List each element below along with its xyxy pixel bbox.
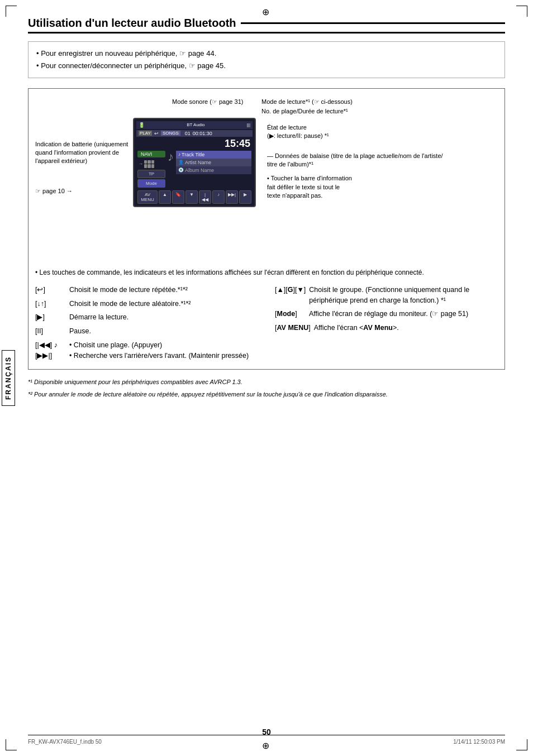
next-btn[interactable]: ▶▶| <box>226 190 238 204</box>
ctrl-pause-key: [II] <box>35 326 66 337</box>
fwd-btn[interactable]: ▶ <box>239 190 251 204</box>
ctrl-skip-desc: • Choisit une plage. (Appuyer)• Recherch… <box>69 340 258 361</box>
footer-right: 1/14/11 12:50:03 PM <box>453 739 505 745</box>
play-mode-label: PLAY <box>139 131 152 136</box>
ctrl-mode: [Mode] Affiche l'écran de réglage du mon… <box>275 307 498 321</box>
artist-bar[interactable]: 👤 Artist Name <box>176 159 251 166</box>
controls-grid: [↩] Choisit le mode de lecture répétée.*… <box>35 283 498 363</box>
main-content: Utilisation d'un lecteur audio Bluetooth… <box>28 17 505 400</box>
screen-status-bar: 🔋 BT Audio ||| <box>136 121 253 129</box>
screen-display: 🔋 BT Audio ||| PLAY ↩ SONGS 01 00:01:30 … <box>133 118 256 207</box>
ctrl-pause: [II] Pause. <box>35 324 258 338</box>
artist-name-text: Artist Name <box>185 160 211 165</box>
no-plage-label: No. de plage/Durée de lecture*¹ <box>261 108 348 114</box>
mode-button[interactable]: Mode <box>137 179 165 188</box>
battery-annotation: Indication de batterie (uniquement quand… <box>35 140 133 165</box>
ctrl-repeat-key: [↩] <box>35 285 66 295</box>
down-btn[interactable]: ▼ <box>185 190 198 204</box>
ctrl-avmenu-key: [AV MENU] <box>275 323 311 333</box>
corner-mark-tr <box>516 6 527 17</box>
play-btn[interactable]: ♪ <box>212 190 225 204</box>
sidebar-label: FRANÇAIS <box>0 350 17 406</box>
album-icon: 💿 <box>178 168 184 173</box>
controls-note: Les touches de commande, les indicateurs… <box>35 267 498 277</box>
page-footer: FR_KW-AVX746EU_f.indb 50 1/14/11 12:50:0… <box>28 735 505 745</box>
repeat-icon: ↩ <box>154 131 159 136</box>
up-btn[interactable]: ▲ <box>159 190 171 204</box>
grid-icon <box>144 160 154 168</box>
ctrl-group-desc: Choisit le groupe. (Fonctionne uniquemen… <box>309 285 498 306</box>
ctrl-play-desc: Démarre la lecture. <box>69 312 258 323</box>
etat-lecture-text: État de lecture(▶: lecture/II: pause) *¹ <box>267 124 329 139</box>
bookmark-btn[interactable]: 🔖 <box>172 190 184 204</box>
ctrl-mode-key: [Mode] <box>275 309 306 319</box>
right-annotations: État de lecture(▶: lecture/II: pause) *¹… <box>261 118 498 263</box>
screen-time: 15:45 <box>136 138 253 150</box>
tp-button[interactable]: TP <box>137 170 165 178</box>
music-note-icon: ♪ <box>168 151 174 163</box>
artist-icon: 👤 <box>178 160 184 165</box>
corner-mark-tl <box>6 6 17 17</box>
album-name-text: Album Name <box>185 168 214 173</box>
mode-sonore-label: Mode sonore (☞ page 31) <box>172 98 243 105</box>
touch-note-annotation: • Toucher la barre d'informationfait déf… <box>267 174 498 200</box>
page-title: Utilisation d'un lecteur audio Bluetooth <box>28 17 505 34</box>
track-info: ♪ Track Title 👤 Artist Name 💿 <box>176 151 251 174</box>
ctrl-avmenu-desc: Affiche l'écran <AV Menu>. <box>314 323 498 333</box>
etat-lecture-annotation: État de lecture(▶: lecture/II: pause) *¹ <box>267 123 498 141</box>
left-annotations: Indication de batterie (uniquement quand… <box>35 118 133 263</box>
songs-label: SONGS <box>161 131 180 136</box>
ctrl-random-desc: Choisit le mode de lecture aléatoire.*¹*… <box>69 299 258 309</box>
sidebar-text: FRANÇAIS <box>2 350 15 406</box>
prev-btn[interactable]: |◀◀ <box>199 190 211 204</box>
footer-left: FR_KW-AVX746EU_f.indb 50 <box>28 739 102 745</box>
duration: 00:01:30 <box>193 131 212 136</box>
ctrl-repeat: [↩] Choisit le mode de lecture répétée.*… <box>35 283 258 297</box>
controls-section: Les touches de commande, les indicateurs… <box>35 267 498 363</box>
dash-line: — <box>267 152 275 159</box>
ctrl-play-key: [▶] <box>35 312 66 323</box>
ctrl-mode-desc: Affiche l'écran de réglage du moniteur. … <box>309 309 498 319</box>
ctrl-random: [↓↑] Choisit le mode de lecture aléatoir… <box>35 297 258 311</box>
mode-lecture-label: Mode de lecture*¹ (☞ ci-dessous) <box>261 98 353 105</box>
music-note-area: ♪ ♪ Track Title 👤 Artist Name <box>168 151 251 174</box>
diagram-container: Mode sonore (☞ page 31) Mode de lecture*… <box>28 88 505 370</box>
track-title-bar[interactable]: ♪ Track Title <box>176 151 251 159</box>
info-box: Pour enregistrer un nouveau périphérique… <box>28 41 505 78</box>
track-num: 01 <box>185 131 191 136</box>
touch-note-text: • Toucher la barre d'informationfait déf… <box>267 175 352 199</box>
footnote-2: *² Pour annuler le mode de lecture aléat… <box>28 390 505 400</box>
ctrl-skip: [|◀◀] ♪[▶▶|] • Choisit une plage. (Appuy… <box>35 338 258 363</box>
screen-bottom-bar: AV MENU ▲ 🔖 ▼ |◀◀ ♪ ▶▶| ▶ <box>136 190 253 204</box>
track-note-icon: ♪ <box>178 152 180 157</box>
info-bullet-2: Pour connecter/déconnecter un périphériq… <box>36 60 497 72</box>
ctrl-repeat-desc: Choisit le mode de lecture répétée.*¹*² <box>69 285 258 295</box>
donnees-balaise-annotation: — Données de balaise (titre de la plage … <box>267 152 498 169</box>
battery-icon: 🔋 <box>139 122 145 128</box>
av-menu-btn[interactable]: AV MENU <box>137 190 158 204</box>
controls-left-col: [↩] Choisit le mode de lecture répétée.*… <box>35 283 258 363</box>
reg-mark-top <box>262 7 271 16</box>
screen-music-info: ♪ ♪ Track Title 👤 Artist Name <box>168 151 251 188</box>
screen-left-buttons: NAVI → <box>137 151 165 188</box>
footnotes: *¹ Disponible uniquement pour les périph… <box>28 377 505 399</box>
ctrl-group-key: [▲][G][▼] <box>275 285 306 295</box>
signal-bars: ||| <box>247 122 250 127</box>
track-title-text: Track Title <box>182 152 204 157</box>
controls-right-col: [▲][G][▼] Choisit le groupe. (Fonctionne… <box>275 283 498 363</box>
navi-button[interactable]: NAVI <box>137 151 165 157</box>
ctrl-pause-desc: Pause. <box>69 326 258 337</box>
bt-audio-label: BT Audio <box>187 122 204 127</box>
ctrl-group: [▲][G][▼] Choisit le groupe. (Fonctionne… <box>275 283 498 308</box>
album-bar[interactable]: 💿 Album Name <box>176 166 251 174</box>
screen-mode-bar: PLAY ↩ SONGS 01 00:01:30 <box>136 130 253 137</box>
info-bullet-1: Pour enregistrer un nouveau périphérique… <box>36 47 497 60</box>
ctrl-skip-key: [|◀◀] ♪[▶▶|] <box>35 340 66 361</box>
footnote-1: *¹ Disponible uniquement pour les périph… <box>28 377 505 387</box>
donnees-balaise-text: Données de balaise (titre de la plage ac… <box>267 152 443 168</box>
ctrl-random-key: [↓↑] <box>35 299 66 309</box>
ref-page10: ☞ page 10 → <box>35 187 133 195</box>
corner-mark-br <box>516 739 527 750</box>
diagram-layout: Indication de batterie (uniquement quand… <box>35 118 498 263</box>
screen-main-area: NAVI → <box>136 150 253 189</box>
